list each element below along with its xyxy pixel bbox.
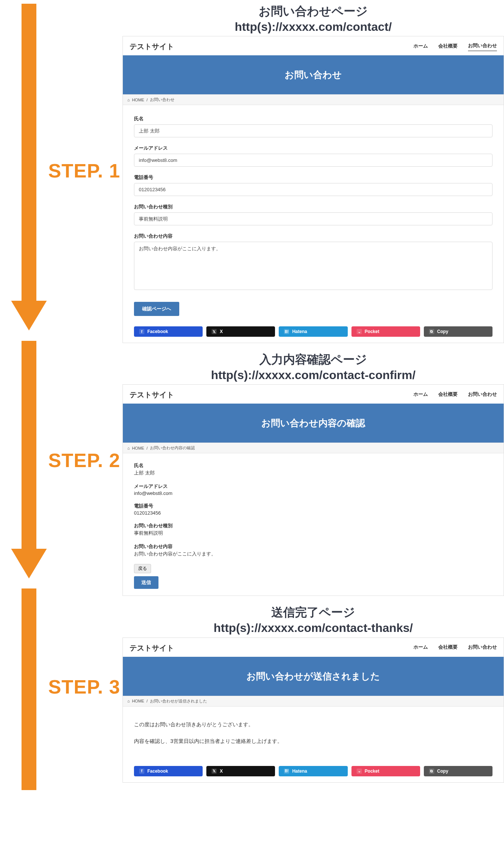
- flow-arrow-1: [11, 4, 47, 330]
- share-hatena[interactable]: B!Hatena: [279, 326, 347, 337]
- share-hatena[interactable]: B!Hatena: [279, 766, 347, 776]
- email-value: info@webst8.com: [134, 490, 492, 496]
- breadcrumb: ⌂ HOME / お問い合わせ: [123, 94, 504, 105]
- send-button[interactable]: 送信: [134, 576, 158, 589]
- share-hatena-label: Hatena: [292, 769, 307, 774]
- nav-company[interactable]: 会社概要: [438, 644, 458, 652]
- svg-rect-4: [22, 588, 36, 790]
- site-header: テストサイト ホーム 会社概要 お問い合わせ: [123, 385, 504, 404]
- left-arrow-column: STEP. 1 STEP. 2 STEP. 3: [0, 0, 122, 790]
- nav-home[interactable]: ホーム: [413, 644, 428, 652]
- page-hero: お問い合わせが送信されました: [123, 657, 504, 696]
- thanks-page-panel: テストサイト ホーム 会社概要 お問い合わせ お問い合わせが送信されました ⌂ …: [122, 637, 504, 783]
- share-bar: fFacebook 𝕏X B!Hatena ⌄Pocket ⧉Copy: [123, 323, 504, 343]
- site-title: テストサイト: [130, 42, 174, 52]
- email-input[interactable]: [134, 154, 492, 167]
- email-label: メールアドレス: [134, 483, 492, 490]
- step-1-label: STEP. 1: [48, 160, 120, 182]
- page-hero: お問い合わせ: [123, 55, 504, 94]
- name-input[interactable]: [134, 124, 492, 137]
- step-3-label: STEP. 3: [48, 676, 120, 698]
- email-label: メールアドレス: [134, 145, 492, 151]
- share-pocket[interactable]: ⌄Pocket: [351, 326, 420, 337]
- contact-page-panel: テストサイト ホーム 会社概要 お問い合わせ お問い合わせ ⌂ HOME / お…: [122, 36, 504, 343]
- section-title: 送信完了ページ: [122, 605, 504, 620]
- breadcrumb-current: お問い合わせ内容の確認: [150, 445, 195, 451]
- share-facebook-label: Facebook: [147, 329, 168, 334]
- share-facebook[interactable]: fFacebook: [134, 766, 203, 776]
- share-facebook[interactable]: fFacebook: [134, 326, 203, 337]
- nav-contact[interactable]: お問い合わせ: [468, 42, 497, 51]
- nav-contact[interactable]: お問い合わせ: [468, 391, 497, 399]
- x-icon: 𝕏: [212, 329, 217, 334]
- pocket-icon: ⌄: [357, 769, 362, 774]
- confirm-button[interactable]: 確認ページへ: [134, 302, 179, 316]
- content-textarea[interactable]: [134, 242, 492, 290]
- main-nav: ホーム 会社概要 お問い合わせ: [413, 391, 497, 399]
- flow-arrow-2: [11, 341, 47, 578]
- content-label: お問い合わせ内容: [134, 543, 492, 550]
- share-pocket[interactable]: ⌄Pocket: [351, 766, 420, 776]
- share-x[interactable]: 𝕏X: [206, 326, 275, 337]
- flow-arrow-3: [11, 588, 47, 790]
- section-heading-thanks: 送信完了ページ http(s)://xxxxx.com/contact-than…: [122, 605, 504, 636]
- pocket-icon: ⌄: [357, 329, 362, 334]
- breadcrumb-current: お問い合わせ: [150, 97, 174, 102]
- svg-marker-3: [11, 549, 47, 578]
- share-copy[interactable]: ⧉Copy: [424, 326, 492, 337]
- step-2-label: STEP. 2: [48, 449, 120, 472]
- section-url: http(s)://xxxxx.com/contact-thanks/: [122, 620, 504, 636]
- svg-rect-0: [22, 4, 36, 301]
- name-label: 氏名: [134, 115, 492, 122]
- share-copy-label: Copy: [437, 769, 448, 774]
- content-label: お問い合わせ内容: [134, 233, 492, 239]
- home-icon: ⌂: [127, 446, 130, 450]
- main-nav: ホーム 会社概要 お問い合わせ: [413, 644, 497, 652]
- confirm-form: 氏名上部 太郎 メールアドレスinfo@webst8.com 電話番号01201…: [123, 453, 504, 596]
- name-value: 上部 太郎: [134, 470, 492, 476]
- share-x[interactable]: 𝕏X: [206, 766, 275, 776]
- type-label: お問い合わせ種別: [134, 522, 492, 529]
- thanks-text-1: この度はお問い合わせ頂きありがとうございます。: [134, 720, 492, 729]
- contact-form: 氏名 メールアドレス 電話番号 お問い合わせ種別 お問い合わせ内容: [123, 105, 504, 323]
- confirm-page-panel: テストサイト ホーム 会社概要 お問い合わせ お問い合わせ内容の確認 ⌂ HOM…: [122, 384, 504, 596]
- breadcrumb: ⌂ HOME / お問い合わせが送信されました: [123, 696, 504, 707]
- breadcrumb-home[interactable]: HOME: [132, 446, 144, 450]
- site-header: テストサイト ホーム 会社概要 お問い合わせ: [123, 638, 504, 657]
- type-value: 事前無料説明: [134, 530, 492, 537]
- site-header: テストサイト ホーム 会社概要 お問い合わせ: [123, 36, 504, 55]
- home-icon: ⌂: [127, 699, 130, 703]
- breadcrumb: ⌂ HOME / お問い合わせ内容の確認: [123, 443, 504, 453]
- share-x-label: X: [220, 329, 223, 334]
- hatena-icon: B!: [284, 769, 289, 774]
- breadcrumb-current: お問い合わせが送信されました: [150, 698, 207, 704]
- copy-icon: ⧉: [429, 329, 434, 334]
- nav-home[interactable]: ホーム: [413, 43, 428, 51]
- phone-label: 電話番号: [134, 174, 492, 181]
- section-title: お問い合わせページ: [122, 4, 504, 19]
- nav-company[interactable]: 会社概要: [438, 391, 458, 399]
- nav-contact[interactable]: お問い合わせ: [468, 644, 497, 652]
- facebook-icon: f: [139, 769, 144, 774]
- nav-home[interactable]: ホーム: [413, 391, 428, 399]
- phone-input[interactable]: [134, 183, 492, 196]
- thanks-body: この度はお問い合わせ頂きありがとうございます。 内容を確認し、3営業日以内に担当…: [123, 707, 504, 762]
- back-button[interactable]: 戻る: [134, 564, 151, 573]
- content-value: お問い合わせ内容がここに入ります。: [134, 551, 492, 557]
- breadcrumb-sep: /: [147, 699, 148, 703]
- breadcrumb-home[interactable]: HOME: [132, 98, 144, 102]
- nav-company[interactable]: 会社概要: [438, 43, 458, 51]
- share-facebook-label: Facebook: [147, 769, 168, 774]
- x-icon: 𝕏: [212, 769, 217, 774]
- phone-value: 0120123456: [134, 510, 492, 516]
- section-title: 入力内容確認ページ: [122, 352, 504, 368]
- type-input[interactable]: [134, 212, 492, 225]
- type-label: お問い合わせ種別: [134, 203, 492, 210]
- section-heading-confirm: 入力内容確認ページ http(s)://xxxxx.com/contact-co…: [122, 352, 504, 383]
- breadcrumb-home[interactable]: HOME: [132, 699, 144, 703]
- share-x-label: X: [220, 769, 223, 774]
- share-copy[interactable]: ⧉Copy: [424, 766, 492, 776]
- home-icon: ⌂: [127, 98, 130, 102]
- svg-rect-2: [22, 341, 36, 549]
- site-title: テストサイト: [130, 643, 174, 653]
